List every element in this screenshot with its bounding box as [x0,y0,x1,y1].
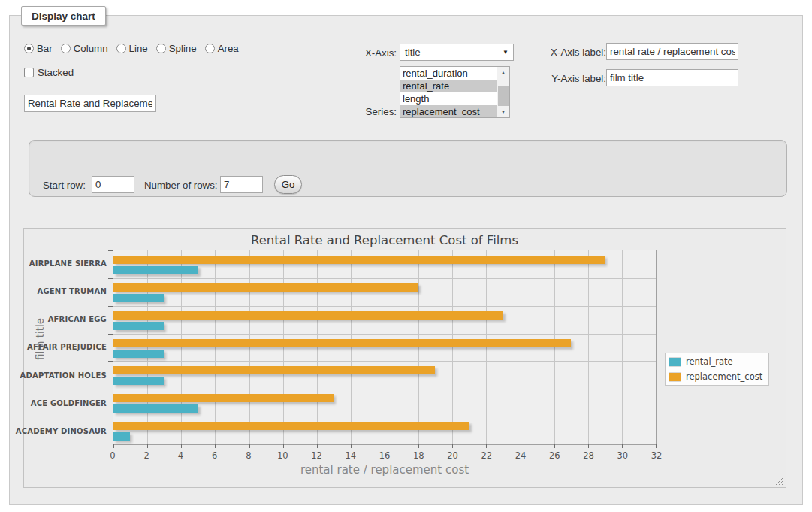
x-tick-label: 12 [311,450,322,461]
plot-grid [113,250,657,445]
x-axis-label-input[interactable] [606,43,738,60]
chart-type-radio-area[interactable] [205,44,215,53]
chart-title-input[interactable] [24,95,156,112]
x-tick-label: 16 [379,450,391,461]
num-rows-input[interactable] [220,176,263,193]
x-tick-mark [147,444,148,448]
y-tick-mark [108,417,113,417]
y-axis-label-input[interactable] [606,69,738,86]
chart-type-radio-label[interactable]: Area [218,43,239,54]
x-tick-label: 6 [212,450,217,461]
x-tick-mark [418,444,419,448]
y-axis-label-label: Y-Axis label: [537,73,606,84]
gridline [385,250,385,444]
x-tick-mark [317,444,318,448]
bar-rental_rate [113,432,130,441]
chart-type-radio-line[interactable] [116,44,126,53]
chart-type-radio-column[interactable] [61,44,71,53]
legend-entry-rental_rate: rental_rate [669,356,762,367]
x-tick-mark [521,444,521,448]
series-scrollbar[interactable]: ▲ ▼ [497,67,509,117]
bar-replacement_cost [113,394,334,402]
category-label: ADAPTATION HOLES [24,362,107,389]
x-tick-mark [113,444,114,448]
series-options: rental_durationrental_ratelengthreplacem… [400,67,497,117]
series-option-rental_rate[interactable]: rental_rate [400,80,497,92]
scroll-down-icon[interactable]: ▼ [497,106,509,117]
chart-type-radio-label[interactable]: Spline [169,43,197,54]
bar-replacement_cost [113,283,418,292]
chart-type-radio-label[interactable]: Bar [37,43,53,54]
x-tick-label: 22 [481,450,492,461]
chart-x-axis-title: rental rate / replacement cost [113,463,657,477]
x-tick-mark [486,444,487,448]
gridline [113,278,656,279]
x-tick-label: 26 [549,450,560,461]
x-tick-mark [656,444,657,448]
gridline [554,250,555,444]
category-label: AFRICAN EGG [24,305,107,333]
page: Display chart BarColumnLineSplineArea St… [0,0,812,512]
x-tick-label: 24 [515,450,527,461]
y-tick-mark [108,444,113,444]
y-tick-mark [108,361,113,362]
chart-type-option-line: Line [116,43,148,54]
x-tick-mark [181,444,182,448]
chart-type-radio-spline[interactable] [156,44,166,53]
gridline [113,361,656,362]
gridline [215,250,216,444]
x-tick-mark [588,444,589,448]
y-tick-mark [108,334,113,335]
gridline [113,389,656,389]
x-axis-select[interactable]: title ▼ [400,44,514,61]
gridline [317,250,318,444]
x-tick-mark [554,444,555,448]
gridline [113,306,656,307]
chart-type-option-column: Column [61,43,108,54]
chart-type-option-spline: Spline [156,43,197,54]
chart-type-radio-label[interactable]: Column [74,43,108,54]
bar-replacement_cost [113,366,435,374]
start-row-input[interactable] [92,176,134,193]
x-tick-label: 2 [144,450,149,461]
chart-type-radio-bar[interactable] [24,44,34,53]
go-button[interactable]: Go [274,175,302,194]
gridline [521,250,521,444]
series-option-replacement_cost[interactable]: replacement_cost [400,105,497,118]
x-tick-label: 28 [583,450,594,461]
panel-legend: Display chart [21,6,106,26]
x-tick-label: 18 [413,450,424,461]
chart-type-option-area: Area [205,43,239,54]
stacked-label[interactable]: Stacked [38,67,74,78]
chart-type-radio-label[interactable]: Line [129,43,148,54]
gridline [113,334,656,335]
category-label: AIRPLANE SIERRA [24,250,107,277]
gridline [452,250,453,444]
y-tick-mark [108,250,113,251]
category-label: ACADEMY DINOSAUR [24,417,107,445]
x-tick-mark [385,444,385,448]
chart-type-option-bar: Bar [24,43,53,54]
scroll-up-icon[interactable]: ▲ [497,67,509,78]
x-tick-mark [215,444,216,448]
x-tick-mark [351,444,352,448]
series-option-length[interactable]: length [400,92,497,105]
gridline [486,250,487,444]
scrollbar-thumb[interactable] [498,86,509,107]
series-label: Series: [346,106,397,117]
series-option-rental_duration[interactable]: rental_duration [400,67,497,80]
series-listbox[interactable]: rental_durationrental_ratelengthreplacem… [400,66,510,118]
gridline [418,250,419,444]
legend-entry-replacement_cost: replacement_cost [669,371,762,382]
gridline [147,250,148,444]
chart-container: Rental Rate and Replacement Cost of Film… [23,228,786,488]
gridline [588,250,589,444]
x-tick-label: 30 [617,450,628,461]
bar-rental_rate [113,350,164,358]
bar-rental_rate [113,266,198,274]
bar-rental_rate [113,322,164,330]
resize-handle-icon[interactable] [775,477,783,485]
dropdown-arrow-icon: ▼ [503,49,509,56]
stacked-checkbox[interactable] [24,68,34,77]
x-tick-label: 20 [447,450,458,461]
